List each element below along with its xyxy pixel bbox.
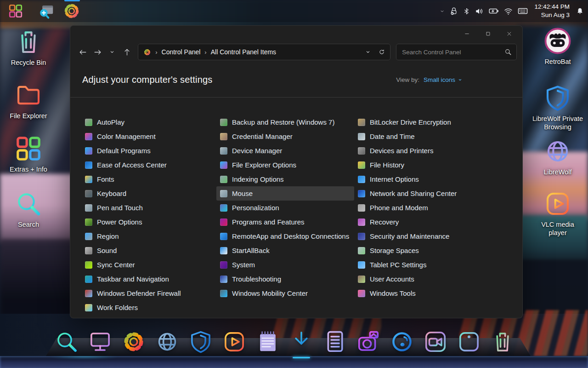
dock-recycle-bin-icon[interactable] xyxy=(490,329,515,354)
app-grid-icon[interactable] xyxy=(7,3,24,19)
desktop-icon-file-explorer[interactable]: File Explorer xyxy=(0,81,57,120)
cp-item-color-management[interactable]: Color Management xyxy=(81,129,216,144)
back-button[interactable] xyxy=(76,45,90,60)
cp-item-keyboard[interactable]: Keyboard xyxy=(81,186,216,201)
maximize-button[interactable] xyxy=(477,26,498,41)
cp-item-taskbar-and-navigation[interactable]: Taskbar and Navigation xyxy=(81,272,216,286)
dock-screen-recorder-icon[interactable] xyxy=(423,329,448,354)
desktop-icon-librewolf[interactable]: LibreWolf xyxy=(529,137,586,176)
cp-item-troubleshooting[interactable]: Troubleshooting xyxy=(216,272,354,286)
dock-web-browser-icon[interactable] xyxy=(155,329,180,354)
dock-documents-icon[interactable] xyxy=(322,329,347,354)
window-titlebar[interactable] xyxy=(70,26,522,41)
cp-item-startallback[interactable]: StartAllBack xyxy=(216,243,354,258)
dock-display-settings-icon[interactable] xyxy=(88,329,113,354)
cp-item-autoplay[interactable]: AutoPlay xyxy=(81,115,216,129)
cp-item-indexing-options[interactable]: Indexing Options xyxy=(216,172,354,186)
battery-icon[interactable] xyxy=(488,6,499,17)
autoplay-icon xyxy=(85,119,92,126)
cp-item-work-folders[interactable]: Work Folders xyxy=(81,300,216,315)
view-by-dropdown[interactable]: Small icons xyxy=(424,76,463,83)
cp-item-device-manager[interactable]: Device Manager xyxy=(216,144,354,158)
cp-item-tablet-pc-settings[interactable]: Tablet PC Settings xyxy=(354,258,506,272)
cp-item-credential-manager[interactable]: Credential Manager xyxy=(216,129,354,144)
cp-item-windows-tools[interactable]: Windows Tools xyxy=(354,286,506,300)
clock-date: Sun Aug 3 xyxy=(534,11,570,19)
cp-item-security-and-maintenance[interactable]: Security and Maintenance xyxy=(354,229,506,243)
desktop-icon-search[interactable]: Search xyxy=(0,190,57,229)
close-button[interactable] xyxy=(498,26,520,41)
dock-search-icon[interactable] xyxy=(54,329,79,354)
up-button[interactable] xyxy=(119,45,134,60)
cp-item-file-history[interactable]: File History xyxy=(354,158,506,172)
system-icon xyxy=(220,261,227,269)
breadcrumb-separator: › xyxy=(204,49,206,56)
taskbar-clock[interactable]: 12:42:44 PM Sun Aug 3 xyxy=(534,3,570,19)
device-manager-icon xyxy=(220,147,227,155)
security-status-icon[interactable] xyxy=(449,6,458,16)
settings-app-icon[interactable] xyxy=(62,2,81,20)
cp-item-sound[interactable]: Sound xyxy=(81,243,216,258)
notifications-bell-icon[interactable] xyxy=(576,7,584,16)
cp-item-fonts[interactable]: Fonts xyxy=(81,172,216,186)
desktop-icon-retrobat[interactable]: RetroBat xyxy=(529,27,586,66)
desktop-icon-librewolf-private-browsing[interactable]: LibreWolf Private Browsing xyxy=(529,84,586,131)
date-and-time-icon xyxy=(358,133,365,140)
desktop-icon-extras-info[interactable]: Extras + Info xyxy=(0,134,57,173)
cp-item-personalization[interactable]: Personalization xyxy=(216,201,354,215)
search-box[interactable] xyxy=(396,44,517,60)
dock-system-info-icon[interactable] xyxy=(457,329,481,354)
cp-item-pen-and-touch[interactable]: Pen and Touch xyxy=(81,201,216,215)
volume-icon[interactable] xyxy=(475,6,484,16)
cp-item-phone-and-modem[interactable]: Phone and Modem xyxy=(354,201,506,215)
cp-item-power-options[interactable]: Power Options xyxy=(81,215,216,229)
breadcrumb-all-control-panel-items[interactable]: All Control Panel Items xyxy=(211,48,276,56)
cp-item-mouse[interactable]: Mouse xyxy=(216,186,354,201)
cp-item-recovery[interactable]: Recovery xyxy=(354,215,506,229)
cp-item-file-explorer-options[interactable]: File Explorer Options xyxy=(216,158,354,172)
cp-item-devices-and-printers[interactable]: Devices and Printers xyxy=(354,144,506,158)
system-tray: 12:42:44 PM Sun Aug 3 xyxy=(439,0,584,22)
cp-item-ease-of-access-center[interactable]: Ease of Access Center xyxy=(81,158,216,172)
touch-keyboard-icon[interactable] xyxy=(517,6,528,17)
cp-item-backup-and-restore-windows-7[interactable]: Backup and Restore (Windows 7) xyxy=(216,115,354,129)
cp-item-programs-and-features[interactable]: Programs and Features xyxy=(216,215,354,229)
cp-item-date-and-time[interactable]: Date and Time xyxy=(354,129,506,144)
dock-notepad-icon[interactable] xyxy=(255,329,280,354)
cp-item-network-and-sharing-center[interactable]: Network and Sharing Center xyxy=(354,186,506,201)
forward-button[interactable] xyxy=(90,45,105,60)
bluetooth-icon[interactable] xyxy=(463,7,470,15)
cp-item-windows-mobility-center[interactable]: Windows Mobility Center xyxy=(216,286,354,300)
minimize-button[interactable] xyxy=(456,26,477,41)
cp-item-remoteapp-and-desktop-connections[interactable]: RemoteApp and Desktop Connections xyxy=(216,229,354,243)
tray-expand-icon[interactable] xyxy=(439,8,445,14)
cp-item-storage-spaces[interactable]: Storage Spaces xyxy=(354,243,506,258)
dock-media-player-icon[interactable] xyxy=(222,329,247,354)
cp-item-bitlocker-drive-encryption[interactable]: BitLocker Drive Encryption xyxy=(354,115,506,129)
dock-music-icon[interactable] xyxy=(390,329,414,354)
cp-item-region[interactable]: Region xyxy=(81,229,216,243)
cp-item-internet-options[interactable]: Internet Options xyxy=(354,172,506,186)
cp-item-windows-defender-firewall[interactable]: Windows Defender Firewall xyxy=(81,286,216,300)
wifi-icon[interactable] xyxy=(503,6,513,16)
region-icon xyxy=(85,233,92,240)
address-bar[interactable]: › Control Panel › All Control Panel Item… xyxy=(138,44,390,60)
breadcrumb-control-panel[interactable]: Control Panel xyxy=(162,48,201,56)
recent-locations-chevron[interactable] xyxy=(105,45,120,60)
cp-item-default-programs[interactable]: Default Programs xyxy=(81,144,216,158)
dock-privacy-shield-icon[interactable] xyxy=(188,329,213,354)
desktop-icon-recycle-bin[interactable]: Recycle Bin xyxy=(0,28,57,67)
search-app-icon[interactable] xyxy=(38,2,55,20)
clock-time: 12:42:44 PM xyxy=(534,3,570,11)
desktop-icon-vlc-media-player[interactable]: VLC media player xyxy=(529,190,586,237)
cp-item-user-accounts[interactable]: User Accounts xyxy=(354,272,506,286)
dock-camera-icon[interactable] xyxy=(356,329,381,354)
refresh-icon[interactable] xyxy=(379,49,385,55)
cp-item-sync-center[interactable]: Sync Center xyxy=(81,258,216,272)
address-dropdown-chevron[interactable] xyxy=(365,49,371,55)
dock-downloads-icon[interactable] xyxy=(289,329,314,354)
wallpaper-layer xyxy=(0,239,76,324)
dock-control-panel-icon[interactable] xyxy=(121,329,146,354)
cp-item-system[interactable]: System xyxy=(216,258,354,272)
search-input[interactable] xyxy=(401,48,504,56)
